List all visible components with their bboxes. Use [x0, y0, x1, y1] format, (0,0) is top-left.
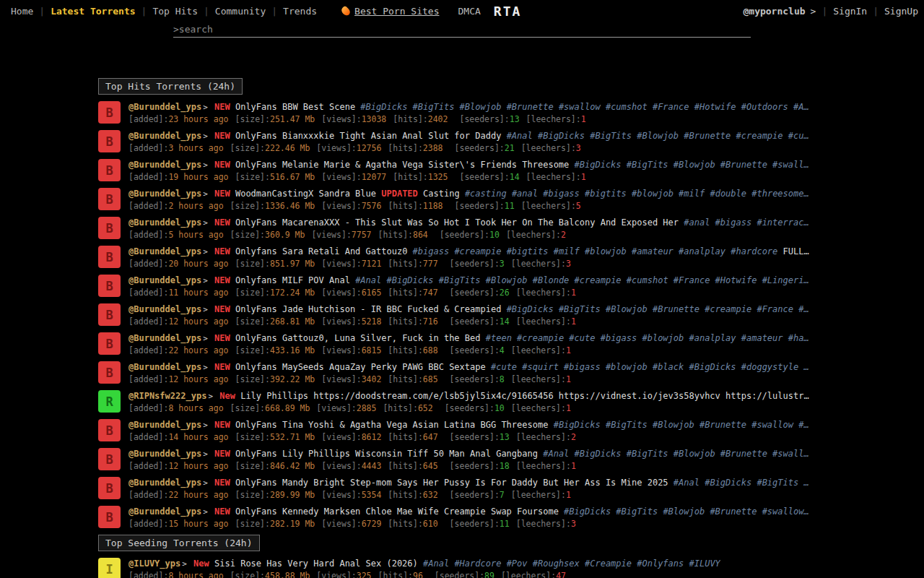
- torrent-row[interactable]: B @Burunddel_yps> NEW OnlyFans Lily Phil…: [98, 448, 830, 472]
- new-badge[interactable]: UPDATED: [381, 189, 418, 199]
- torrent-row[interactable]: B @Burunddel_yps> NEW OnlyFans Melanie M…: [98, 159, 830, 183]
- new-badge[interactable]: NEW: [214, 217, 230, 228]
- new-badge[interactable]: NEW: [214, 304, 230, 314]
- user-avatar[interactable]: B: [98, 332, 121, 355]
- torrent-row[interactable]: B @Burunddel_yps> NEW OnlyFans MacarenaX…: [98, 217, 830, 241]
- nav-item-community[interactable]: Community: [210, 6, 271, 17]
- torrent-user[interactable]: @Burunddel_yps: [128, 102, 201, 112]
- torrent-tags[interactable]: #BigDicks #BigTits #Blowjob #Brunette #c…: [507, 304, 809, 314]
- torrent-tags[interactable]: #BigDicks #BigTits #Blowjob #Brunette #s…: [360, 102, 808, 112]
- torrent-user[interactable]: @Burunddel_yps: [128, 160, 201, 170]
- new-badge[interactable]: NEW: [214, 333, 230, 343]
- torrent-user[interactable]: @Burunddel_yps: [128, 131, 201, 141]
- torrent-tags[interactable]: #Anal #Hardcore #Pov #Roughsex #Creampie…: [423, 558, 720, 569]
- user-avatar[interactable]: B: [98, 188, 121, 210]
- new-badge[interactable]: NEW: [214, 246, 230, 256]
- torrent-title[interactable]: Sisi Rose Has Very Hard Anal Sex (2026): [214, 558, 418, 569]
- torrent-row[interactable]: B @Burunddel_yps> NEW OnlyFans Jade Hutc…: [98, 303, 830, 327]
- torrent-title[interactable]: OnlyFans Bianxxxkie Tight Asian Anal Slu…: [235, 131, 501, 141]
- torrent-tags[interactable]: #Anal #BigDicks #BigTits #Blowjob #Brune…: [543, 449, 808, 459]
- torrent-title[interactable]: OnlyFans Lily Phillips Wisconsin Tiff 50…: [235, 449, 538, 459]
- torrent-title[interactable]: WoodmanCastingX Sandra Blue: [235, 189, 376, 199]
- torrent-row[interactable]: B @Burunddel_yps> NEW WoodmanCastingX Sa…: [98, 188, 830, 212]
- torrent-user[interactable]: @Burunddel_yps: [128, 246, 201, 256]
- user-avatar[interactable]: B: [98, 246, 121, 268]
- torrent-user[interactable]: @Burunddel_yps: [128, 217, 201, 228]
- torrent-row[interactable]: B @Burunddel_yps> NEW Onlyfans Sara Reta…: [98, 246, 830, 269]
- torrent-title[interactable]: Casting: [423, 189, 460, 199]
- torrent-row[interactable]: B @Burunddel_yps> NEW OnlyFans BBW Best …: [98, 101, 830, 125]
- user-avatar[interactable]: I: [98, 558, 121, 578]
- user-avatar[interactable]: B: [98, 275, 121, 297]
- torrent-title[interactable]: OnlyFans BBW Best Scene: [235, 102, 355, 112]
- torrent-title[interactable]: OnlyFans Tina Yoshi & Agatha Vega Asian …: [235, 420, 548, 430]
- torrent-row[interactable]: R @RIPNsfw222_yps> New Lily Phillips htt…: [98, 390, 830, 414]
- torrent-tags[interactable]: #anal #bigass #interrac…: [684, 217, 808, 228]
- new-badge[interactable]: NEW: [214, 189, 230, 199]
- torrent-row[interactable]: B @Burunddel_yps> NEW Onlyfans MaySeeds …: [98, 361, 830, 385]
- new-badge[interactable]: NEW: [214, 275, 230, 285]
- torrent-tags[interactable]: #BigDicks #BigTits #Blowjob #Brunette #s…: [554, 420, 809, 430]
- torrent-tags[interactable]: #Anal #BigDicks #BigTits …: [674, 478, 809, 488]
- new-badge[interactable]: New: [219, 391, 235, 401]
- new-badge[interactable]: NEW: [214, 160, 230, 170]
- dmca-link[interactable]: DMCA: [458, 6, 480, 17]
- torrent-user[interactable]: @Burunddel_yps: [128, 189, 201, 199]
- new-badge[interactable]: NEW: [214, 478, 230, 488]
- new-badge[interactable]: NEW: [214, 131, 230, 141]
- user-avatar[interactable]: R: [98, 390, 121, 413]
- new-badge[interactable]: NEW: [214, 362, 230, 372]
- torrent-title[interactable]: OnlyFans MacarenaXXX - This Slut Was So …: [235, 217, 679, 228]
- user-avatar[interactable]: B: [98, 477, 121, 499]
- torrent-title[interactable]: OnlyFans Melanie Marie & Agatha Vega Sis…: [235, 160, 569, 170]
- nav-item-home[interactable]: Home: [6, 6, 38, 17]
- torrent-row[interactable]: I @ILUVY_yps> New Sisi Rose Has Very Har…: [98, 558, 830, 578]
- torrent-title[interactable]: FULL…: [783, 246, 809, 256]
- torrent-title[interactable]: Lily Phillips https://doodstream.com/e/l…: [240, 391, 808, 401]
- user-avatar[interactable]: B: [98, 448, 121, 470]
- site-name[interactable]: @mypornclub: [743, 6, 805, 17]
- user-avatar[interactable]: B: [98, 361, 121, 384]
- torrent-user[interactable]: @Burunddel_yps: [128, 449, 201, 459]
- torrent-tags[interactable]: #Anal #BigDicks #BigTits #Blowjob #Brune…: [507, 131, 809, 141]
- new-badge[interactable]: NEW: [214, 420, 230, 430]
- torrent-title[interactable]: OnlyFans Kennedy Marksen Chloe Mae Wife …: [235, 506, 559, 517]
- torrent-row[interactable]: B @Burunddel_yps> NEW OnlyFans Bianxxxki…: [98, 130, 830, 154]
- torrent-row[interactable]: B @Burunddel_yps> NEW OnlyFans Mandy Bri…: [98, 477, 830, 501]
- torrent-tags[interactable]: #teen #creampie #cute #bigass #blowjob #…: [486, 333, 809, 343]
- torrent-tags[interactable]: #BigDicks #BigTits #Blowjob #Brunette #s…: [575, 160, 809, 170]
- user-avatar[interactable]: B: [98, 130, 121, 152]
- new-badge[interactable]: New: [193, 558, 209, 569]
- nav-item-latest-torrents[interactable]: Latest Torrents: [45, 6, 140, 17]
- torrent-title[interactable]: Onlyfans Sara Retali And Gattouz0: [235, 246, 407, 256]
- torrent-user[interactable]: @Burunddel_yps: [128, 304, 201, 314]
- new-badge[interactable]: NEW: [214, 506, 230, 517]
- nav-item-top-hits[interactable]: Top Hits: [147, 6, 203, 17]
- user-avatar[interactable]: B: [98, 159, 121, 181]
- torrent-title[interactable]: OnlyFans Gattouz0, Luna Silver, Fuck in …: [235, 333, 481, 343]
- best-porn-sites-link[interactable]: Best Porn Sites: [354, 6, 439, 17]
- user-avatar[interactable]: B: [98, 217, 121, 239]
- torrent-row[interactable]: B @Burunddel_yps> NEW OnlyFans Gattouz0,…: [98, 332, 830, 356]
- user-avatar[interactable]: B: [98, 419, 121, 441]
- torrent-user[interactable]: @ILUVY_yps: [128, 558, 180, 569]
- torrent-user[interactable]: @Burunddel_yps: [128, 478, 201, 488]
- torrent-row[interactable]: B @Burunddel_yps> NEW OnlyFans Tina Yosh…: [98, 419, 830, 443]
- torrent-tags[interactable]: #Anal #BigDicks #BigTits #Blowjob #Blond…: [355, 275, 809, 285]
- signup-link[interactable]: SignUp: [884, 6, 918, 17]
- torrent-tags[interactable]: #cute #squirt #bigass #blowjob #black #B…: [491, 362, 809, 372]
- torrent-title[interactable]: OnlyFans Mandy Bright Step-mom Says Her …: [235, 478, 668, 488]
- torrent-user[interactable]: @RIPNsfw222_yps: [128, 391, 206, 401]
- torrent-title[interactable]: OnlyFans Jade Hutchison - IR BBC Fucked …: [235, 304, 501, 314]
- torrent-title[interactable]: Onlyfans MaySeeds AquaZay Perky PAWG BBC…: [235, 362, 486, 372]
- nav-item-trends[interactable]: Trends: [278, 6, 322, 17]
- torrent-tags[interactable]: #casting #anal #bigass #bigtits #blowjob…: [465, 189, 809, 199]
- user-avatar[interactable]: B: [98, 506, 121, 528]
- user-avatar[interactable]: B: [98, 303, 121, 326]
- signin-link[interactable]: SignIn: [833, 6, 867, 17]
- search-input[interactable]: [179, 24, 751, 35]
- user-avatar[interactable]: B: [98, 101, 121, 124]
- torrent-user[interactable]: @Burunddel_yps: [128, 506, 201, 517]
- torrent-user[interactable]: @Burunddel_yps: [128, 333, 201, 343]
- torrent-user[interactable]: @Burunddel_yps: [128, 275, 201, 285]
